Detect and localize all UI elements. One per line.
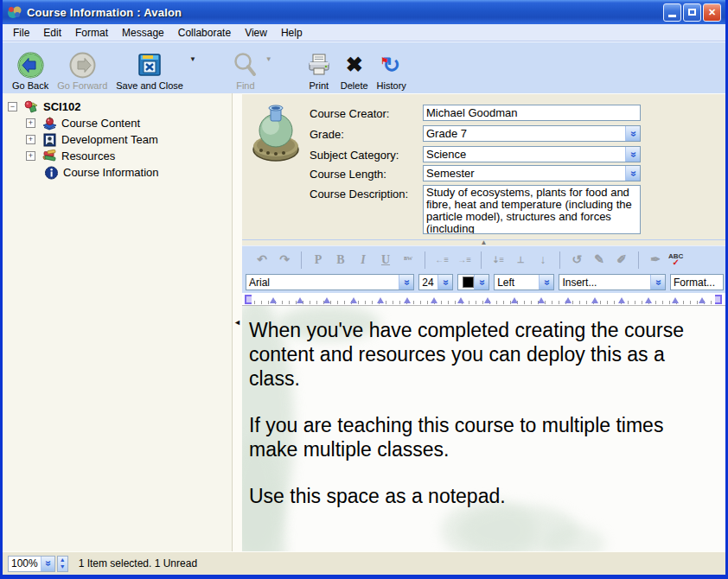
chevron-down-icon[interactable]: « — [399, 275, 413, 290]
toolbar-separator — [301, 251, 302, 269]
ruler-tab-stop-icon — [377, 297, 384, 303]
subject-category-select[interactable]: Science « — [423, 146, 641, 162]
tree-item-label[interactable]: Course Information — [63, 166, 159, 179]
note-paragraph[interactable]: Use this space as a notepad. — [249, 484, 697, 508]
indent-icon[interactable]: →≡ — [455, 255, 474, 264]
expand-plus-icon[interactable]: + — [26, 151, 35, 161]
collapse-panel-icon[interactable]: ◄ — [233, 318, 241, 327]
splitter-grip-icon: ▲ — [481, 240, 488, 245]
chevron-down-icon[interactable]: « — [474, 275, 489, 290]
notepad-editor[interactable]: When you've have completed creating the … — [242, 306, 725, 551]
signature-icon[interactable]: ✒ — [646, 252, 665, 267]
ruler-left-margin-marker[interactable] — [245, 295, 252, 304]
undo-icon[interactable]: ↶ — [252, 252, 271, 267]
chevron-down-icon[interactable]: « — [625, 166, 640, 181]
menu-edit[interactable]: Edit — [36, 25, 68, 41]
delete-icon: ✖ — [346, 54, 363, 75]
editor-ruler[interactable] — [242, 293, 725, 306]
collapse-expander-icon[interactable]: − — [8, 102, 17, 111]
ruler-ticks — [254, 293, 712, 304]
chevron-down-icon[interactable]: « — [650, 275, 665, 290]
tree-item-resources[interactable]: + Resources — [8, 148, 232, 164]
rotate-icon[interactable]: ↺ — [567, 252, 586, 267]
paragraph-icon[interactable]: P — [309, 253, 328, 267]
tree-item-root[interactable]: − SCI102 — [8, 99, 232, 115]
format-menu-select[interactable]: Format... — [670, 274, 724, 290]
tree-item-label[interactable]: Resources — [61, 150, 115, 162]
go-forward-button[interactable]: Go Forward — [53, 49, 112, 92]
text-case-icon[interactable]: ᴮᵂ — [399, 255, 418, 264]
menu-file[interactable]: File — [6, 25, 36, 41]
minimize-button[interactable] — [663, 3, 681, 22]
expand-plus-icon[interactable]: + — [26, 118, 35, 128]
chevron-down-icon[interactable]: « — [625, 147, 640, 162]
history-button[interactable]: ↻ ⚑ History — [373, 49, 411, 92]
toolbar-separator — [559, 251, 560, 269]
delete-button[interactable]: ✖ Delete — [336, 49, 373, 92]
menu-message[interactable]: Message — [115, 25, 171, 41]
drop-anchor-icon[interactable]: ↓ — [533, 253, 552, 267]
alignment-select[interactable]: Left « — [494, 274, 554, 290]
save-and-close-button[interactable]: Save and Close — [112, 49, 188, 92]
insert-menu-select[interactable]: Insert... « — [559, 274, 666, 290]
note-paragraph[interactable]: If you are teaching this course to multi… — [249, 413, 697, 461]
tree-item-course-content[interactable]: + Course Content — [8, 115, 232, 131]
course-length-value: Semester — [426, 167, 475, 180]
print-button[interactable]: Print — [302, 49, 336, 92]
redo-icon[interactable]: ↷ — [275, 252, 294, 267]
menu-format[interactable]: Format — [68, 25, 115, 41]
font-color-select[interactable]: « — [457, 274, 489, 290]
align-baseline-icon[interactable]: ⊥ — [511, 255, 530, 264]
tree-item-course-information[interactable]: Course Information — [8, 164, 232, 181]
history-label: History — [377, 80, 406, 91]
ruler-right-margin-marker[interactable] — [715, 295, 722, 304]
ruler-tab-stop-icon — [484, 297, 491, 303]
expand-plus-icon[interactable]: + — [26, 135, 35, 144]
course-length-select[interactable]: Semester « — [423, 165, 641, 181]
chevron-down-icon[interactable]: « — [625, 126, 640, 141]
spinner-down-icon[interactable]: ▼ — [60, 563, 66, 570]
app-icon — [7, 4, 22, 20]
tree-root-label[interactable]: SCI102 — [43, 100, 80, 113]
underline-icon[interactable]: U — [376, 253, 395, 267]
content-area: − SCI102 + Course Content — [3, 93, 725, 551]
form-editor-splitter[interactable]: ▲ — [242, 239, 725, 245]
bold-icon[interactable]: B — [331, 253, 350, 267]
spellcheck-icon[interactable]: ABC ✓ — [668, 253, 683, 267]
spinner-up-icon[interactable]: ▲ — [60, 557, 66, 563]
menu-view[interactable]: View — [238, 25, 274, 41]
font-size-select[interactable]: 24 « — [418, 274, 453, 290]
font-family-select[interactable]: Arial « — [246, 274, 414, 290]
tree-item-label[interactable]: Development Team — [61, 133, 158, 146]
zoom-select[interactable]: 100% « — [8, 556, 55, 572]
tree-item-label[interactable]: Course Content — [61, 117, 140, 130]
ruler-tab-stop-icon — [431, 297, 437, 303]
tree-item-development-team[interactable]: + Development Team — [8, 131, 232, 148]
menu-help[interactable]: Help — [274, 25, 310, 41]
go-back-button[interactable]: Go Back — [8, 49, 53, 92]
close-button[interactable]: ✕ — [703, 3, 721, 22]
course-tree-panel: − SCI102 + Course Content — [3, 93, 232, 551]
note-paragraph[interactable]: When you've have completed creating the … — [249, 318, 697, 391]
zoom-stepper[interactable]: ▲ ▼ — [57, 556, 68, 572]
course-creator-input[interactable] — [423, 105, 641, 121]
move-list-icon[interactable]: ⇣≡ — [489, 255, 508, 264]
print-label: Print — [309, 80, 329, 91]
save-options-arrow-icon[interactable]: ▼ — [189, 55, 196, 63]
course-description-textarea[interactable]: Study of ecosystems, plants for food and… — [423, 185, 641, 234]
chevron-down-icon[interactable]: « — [437, 275, 452, 290]
brush-icon[interactable]: ✐ — [612, 252, 631, 267]
find-button[interactable]: Find — [227, 49, 264, 92]
chevron-down-icon[interactable]: « — [41, 557, 54, 571]
course-length-label: Course Length: — [310, 168, 386, 181]
menu-collaborate[interactable]: Collaborate — [171, 25, 238, 41]
italic-icon[interactable]: I — [354, 253, 373, 267]
history-flag-icon: ⚑ — [380, 57, 388, 66]
course-properties-form: Course Creator: Grade: Grade 7 « Subject… — [242, 93, 725, 239]
panel-splitter[interactable]: ◄ — [232, 93, 242, 551]
outdent-icon[interactable]: ←≡ — [432, 255, 451, 264]
pencil-icon[interactable]: ✎ — [590, 252, 609, 267]
grade-select[interactable]: Grade 7 « — [423, 125, 641, 142]
maximize-button[interactable] — [683, 3, 701, 22]
chevron-down-icon[interactable]: « — [539, 275, 553, 290]
